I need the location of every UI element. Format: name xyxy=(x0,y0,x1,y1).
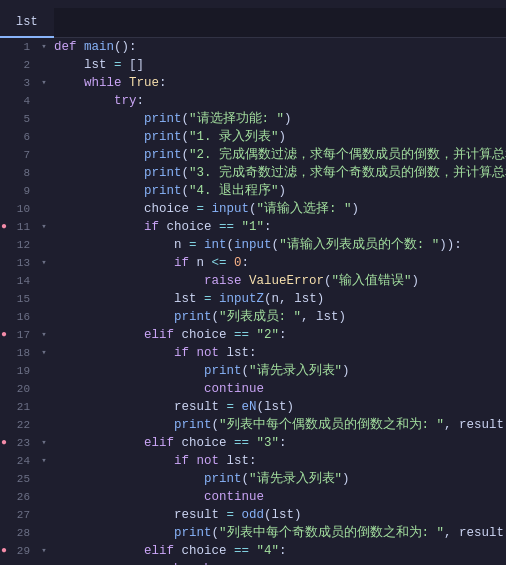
token-builtin: print xyxy=(204,472,242,486)
token-normal: , xyxy=(301,310,316,324)
line-content: elif choice == "3": xyxy=(50,434,506,452)
line-content: result = odd(lst) xyxy=(50,506,506,524)
token-kw: if xyxy=(174,256,197,270)
breakpoint-active[interactable] xyxy=(0,542,8,560)
line-content: result = eN(lst) xyxy=(50,398,506,416)
fold-arrow[interactable]: ▾ xyxy=(41,344,46,362)
line-content: if not lst: xyxy=(50,452,506,470)
fold-gutter[interactable]: ▾ xyxy=(38,542,50,560)
code-line: 6 print("1. 录入列表") xyxy=(0,128,506,146)
token-builtin: print xyxy=(204,364,242,378)
fold-arrow[interactable]: ▾ xyxy=(41,74,46,92)
indent-space xyxy=(54,130,144,144)
token-builtin: int xyxy=(204,238,227,252)
token-paren: )): xyxy=(439,238,462,252)
token-equals: = xyxy=(197,202,212,216)
token-var: choice xyxy=(182,328,235,342)
token-var: choice xyxy=(182,436,235,450)
token-paren: ) xyxy=(342,364,350,378)
token-paren: ) xyxy=(342,472,350,486)
line-number: 29 xyxy=(8,542,38,560)
line-number: 30 xyxy=(8,560,38,565)
fold-arrow[interactable]: ▾ xyxy=(41,38,46,56)
code-line: 17▾ elif choice == "2": xyxy=(0,326,506,344)
token-cls: ValueError xyxy=(249,274,324,288)
line-number: 27 xyxy=(8,506,38,524)
token-var: choice xyxy=(144,202,197,216)
code-line: 18▾ if not lst: xyxy=(0,344,506,362)
token-paren: ( xyxy=(182,112,190,126)
token-normal: : xyxy=(137,94,145,108)
fold-gutter[interactable]: ▾ xyxy=(38,452,50,470)
breakpoint-active[interactable] xyxy=(0,218,8,236)
code-line: 26 continue xyxy=(0,488,506,506)
token-equals: = xyxy=(204,292,219,306)
code-line: 21 result = eN(lst) xyxy=(0,398,506,416)
line-content: print("列表中每个偶数成员的倒数之和为: ", result) xyxy=(50,416,506,434)
token-fn: main xyxy=(84,40,114,54)
token-str: "列表中每个偶数成员的倒数之和为: " xyxy=(219,418,444,432)
token-str: "请输入选择: " xyxy=(257,202,352,216)
token-paren: ) xyxy=(317,292,325,306)
token-paren: ( xyxy=(182,148,190,162)
token-var: n xyxy=(272,292,280,306)
fold-arrow[interactable]: ▾ xyxy=(41,326,46,344)
token-builtin: print xyxy=(144,148,182,162)
indent-space xyxy=(54,526,174,540)
tab-item[interactable]: lst xyxy=(0,8,54,38)
code-line: 10 choice = input("请输入选择: ") xyxy=(0,200,506,218)
line-number: 4 xyxy=(8,92,38,110)
fold-gutter[interactable]: ▾ xyxy=(38,218,50,236)
fold-arrow[interactable]: ▾ xyxy=(41,434,46,452)
token-kw: if xyxy=(174,346,197,360)
indent-space xyxy=(54,346,174,360)
fold-gutter[interactable]: ▾ xyxy=(38,74,50,92)
line-content: print("列表成员: ", lst) xyxy=(50,308,506,326)
token-kw: elif xyxy=(144,328,182,342)
token-paren: ( xyxy=(242,472,250,486)
fold-arrow[interactable]: ▾ xyxy=(41,218,46,236)
fold-gutter[interactable]: ▾ xyxy=(38,38,50,56)
fold-arrow[interactable]: ▾ xyxy=(41,542,46,560)
token-str: "3. 完成奇数过滤，求每个奇数成员的倒数，并计算总和" xyxy=(189,166,506,180)
token-paren: ( xyxy=(272,238,280,252)
line-number: 19 xyxy=(8,362,38,380)
tab-bar: lst xyxy=(0,8,506,38)
breakpoint-active[interactable] xyxy=(0,434,8,452)
code-line: 28 print("列表中每个奇数成员的倒数之和为: ", result) xyxy=(0,524,506,542)
token-paren: ) xyxy=(279,130,287,144)
token-builtin: input xyxy=(234,238,272,252)
token-kw: not xyxy=(197,346,227,360)
line-number: 13 xyxy=(8,254,38,272)
fold-gutter[interactable]: ▾ xyxy=(38,254,50,272)
line-number: 8 xyxy=(8,164,38,182)
token-var: lst xyxy=(174,292,204,306)
token-kw: elif xyxy=(144,436,182,450)
token-var: choice xyxy=(167,220,220,234)
token-paren: ( xyxy=(324,274,332,288)
token-paren: [] xyxy=(129,58,144,72)
breakpoint-active[interactable] xyxy=(0,326,8,344)
code-line: 8 print("3. 完成奇数过滤，求每个奇数成员的倒数，并计算总和") xyxy=(0,164,506,182)
fold-gutter[interactable]: ▾ xyxy=(38,434,50,452)
fold-arrow[interactable]: ▾ xyxy=(41,254,46,272)
token-kw: raise xyxy=(204,274,249,288)
fold-gutter[interactable]: ▾ xyxy=(38,326,50,344)
token-paren: ) xyxy=(339,310,347,324)
fold-arrow[interactable]: ▾ xyxy=(41,452,46,470)
token-var: lst xyxy=(294,292,317,306)
token-paren: ) xyxy=(294,508,302,522)
indent-space xyxy=(54,418,174,432)
indent-space xyxy=(54,310,174,324)
indent-space xyxy=(54,382,204,396)
line-number: 25 xyxy=(8,470,38,488)
code-line: 23▾ elif choice == "3": xyxy=(0,434,506,452)
token-builtin: input xyxy=(212,202,250,216)
token-paren: ( xyxy=(227,238,235,252)
token-var: lst xyxy=(227,346,250,360)
indent-space xyxy=(54,472,204,486)
token-equals: = xyxy=(227,508,242,522)
fold-gutter[interactable]: ▾ xyxy=(38,344,50,362)
token-equals: == xyxy=(234,544,257,558)
token-str: "请先录入列表" xyxy=(249,472,342,486)
